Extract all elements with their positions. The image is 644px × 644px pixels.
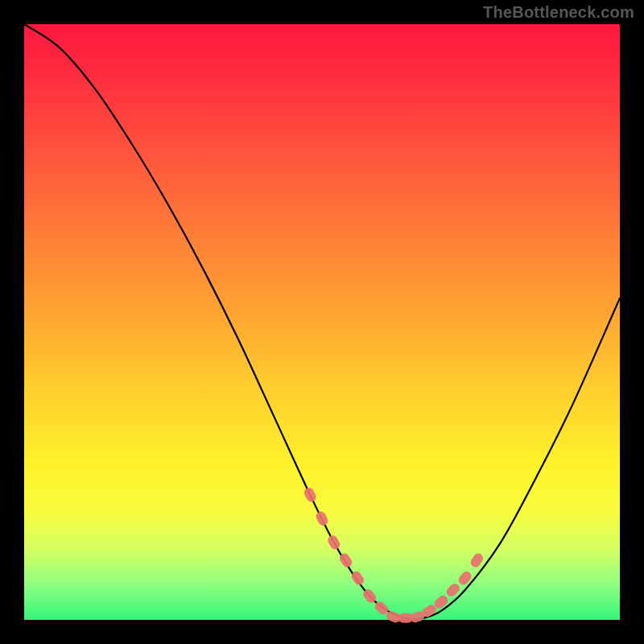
nodule [469,551,485,569]
nodule [326,534,341,551]
curve-layer [24,24,620,620]
svg-rect-0 [303,486,318,503]
highlight-nodules [303,486,485,624]
svg-rect-2 [326,534,341,551]
watermark-text: TheBottleneck.com [483,3,634,22]
chart-container: TheBottleneck.com [0,0,644,644]
plot-area [24,24,620,620]
svg-rect-1 [315,510,330,526]
main-curve [24,24,620,619]
nodule [315,510,330,526]
nodule [303,486,318,503]
svg-rect-14 [469,551,485,569]
